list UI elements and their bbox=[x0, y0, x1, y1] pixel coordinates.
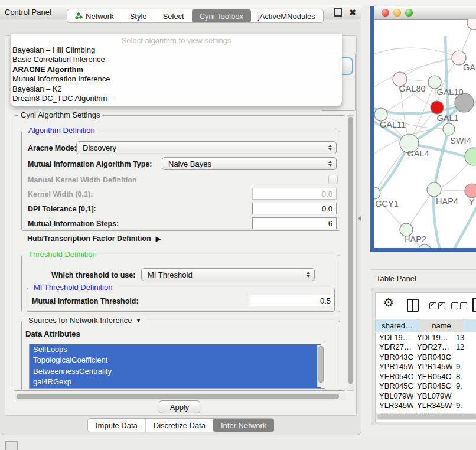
tab-select[interactable]: Select bbox=[155, 9, 193, 22]
algorithm-option-mutual-information-inference[interactable]: Mutual Information Inference bbox=[11, 74, 342, 84]
table-cell: 9. bbox=[452, 381, 476, 390]
node-label-gal4: GAL4 bbox=[407, 149, 429, 158]
network-edge bbox=[452, 201, 476, 252]
algorithm-dropdown-prompt: Select algorithm to view settings bbox=[11, 36, 342, 45]
table-panel-inner: ⚙ shared…nameA YDL19…YDL19…13YDR27…YDR27… bbox=[375, 292, 476, 422]
table-row[interactable]: YER054CYER054C8. bbox=[376, 371, 476, 381]
groupbox-fragment bbox=[355, 54, 356, 110]
network-node-y[interactable] bbox=[465, 184, 476, 198]
table-row[interactable]: YDL19…YDL19…13 bbox=[376, 332, 476, 343]
checked-checkboxes-icon[interactable] bbox=[429, 302, 445, 309]
column-header-shared[interactable]: shared… bbox=[376, 319, 419, 332]
splitpane-collapse-icon[interactable] bbox=[358, 216, 361, 221]
columns-icon[interactable] bbox=[407, 299, 419, 312]
algorithm-option-bayesian-k2[interactable]: Bayesian – K2 bbox=[11, 84, 342, 94]
mi-threshold-field[interactable]: 0.5 bbox=[250, 295, 335, 306]
table-panel-title: Table Panel bbox=[376, 274, 416, 283]
network-node-swi4[interactable] bbox=[443, 123, 455, 135]
table-cell: YBR043C bbox=[413, 353, 452, 361]
table-scrollbar-thumb[interactable] bbox=[377, 414, 476, 419]
algorithm-option-aracne-algorithm[interactable]: ARACNE Algorithm bbox=[11, 65, 342, 74]
table-cell: YBR043C bbox=[376, 353, 413, 361]
which-threshold-value: MI Threshold bbox=[148, 270, 193, 279]
column-header-name[interactable]: name bbox=[419, 319, 464, 332]
vertical-scrollbar[interactable] bbox=[347, 115, 354, 391]
network-window-titlebar[interactable] bbox=[374, 6, 476, 20]
network-node-gal10[interactable] bbox=[428, 76, 441, 89]
network-canvas[interactable]: GALGAL80GAL10GAL1GAL11SWI4GAL4HAP4YGCY1H… bbox=[374, 19, 476, 252]
vertical-scrollbar-thumb[interactable] bbox=[348, 117, 353, 384]
list-scrollbar[interactable] bbox=[317, 345, 324, 387]
manual-kernel-label: Manual Kernel Width Definition bbox=[28, 176, 137, 184]
collapsed-panel-icon[interactable] bbox=[5, 441, 18, 450]
document-icon[interactable] bbox=[472, 298, 476, 312]
close-icon[interactable]: ✖ bbox=[349, 8, 356, 17]
manual-kernel-checkbox[interactable] bbox=[328, 175, 338, 184]
bottom-tab-bar: Impute DataDiscretize DataInfer Network bbox=[87, 418, 274, 432]
algorithm-option-bayesian-hill-climbing[interactable]: Bayesian – Hill Climbing bbox=[11, 45, 342, 55]
table-row[interactable]: YBR043CYBR043C bbox=[376, 352, 476, 362]
node-label-y: Y bbox=[469, 197, 475, 207]
network-node-hap4[interactable] bbox=[427, 182, 441, 197]
algorithm-option-basic-correlation-inference[interactable]: Basic Correlation Inference bbox=[11, 55, 342, 64]
tab-style[interactable]: Style bbox=[122, 9, 155, 22]
tab-jactivemnodules[interactable]: jActiveMNodules bbox=[250, 9, 323, 22]
column-header-a[interactable]: A bbox=[464, 319, 476, 332]
node-label-gal10: GAL10 bbox=[436, 87, 463, 97]
close-traffic-light-icon[interactable] bbox=[382, 9, 389, 17]
table-row[interactable]: YBR045CYBR045C9. bbox=[376, 381, 476, 392]
mi-steps-field[interactable]: 6 bbox=[252, 217, 337, 229]
table-row[interactable]: YLR345WYLR345W9. bbox=[376, 401, 476, 411]
bottom-tab-label: Discretize Data bbox=[154, 421, 206, 430]
threshold-definition-title: Threshold Definition bbox=[26, 250, 99, 259]
algorithm-option-dream8-dc-tdc-algorithm[interactable]: Dream8 DC_TDC Algorithm bbox=[11, 94, 342, 103]
table-row[interactable]: YPR145WYPR145W9. bbox=[376, 362, 476, 372]
which-threshold-combo[interactable]: MI Threshold bbox=[141, 268, 315, 281]
bottom-tab-infer-network[interactable]: Infer Network bbox=[213, 419, 274, 432]
algorithm-definition-group: Algorithm Definition Aracne Mode: Discov… bbox=[21, 131, 340, 231]
combo-arrows-icon bbox=[307, 272, 310, 278]
network-node-gal11[interactable] bbox=[374, 108, 387, 121]
attribute-item-betweennesscentrality[interactable]: BetweennessCentrality bbox=[30, 366, 321, 377]
horizontal-scrollbar[interactable] bbox=[15, 393, 345, 400]
node-label-hap2: HAP2 bbox=[404, 234, 426, 244]
table-cell: YBL079W bbox=[413, 392, 452, 400]
data-attributes-list[interactable]: SelfLoopsTopologicalCoefficientBetweenne… bbox=[29, 344, 325, 389]
mi-type-combo[interactable]: Naive Bayes bbox=[162, 157, 337, 170]
bottom-tab-label: Infer Network bbox=[221, 421, 266, 430]
table-row[interactable]: YBL079WYBL079W bbox=[376, 391, 476, 401]
table-header-row: shared…nameA bbox=[376, 319, 476, 332]
horizontal-scrollbar-thumb[interactable] bbox=[17, 394, 339, 399]
minimize-traffic-light-icon[interactable] bbox=[393, 9, 401, 17]
table-cell: 9. bbox=[452, 401, 476, 410]
tab-network[interactable]: Network bbox=[67, 9, 122, 22]
network-node[interactable] bbox=[465, 148, 476, 165]
mi-steps-value: 6 bbox=[328, 219, 332, 228]
attribute-item-topologicalcoefficient[interactable]: TopologicalCoefficient bbox=[30, 355, 321, 366]
float-window-icon[interactable] bbox=[334, 8, 342, 17]
table-horizontal-scrollbar[interactable] bbox=[376, 413, 476, 420]
hub-definition-expander[interactable]: Hub/Transcription Factor Definition ▶ bbox=[27, 234, 161, 243]
bottom-tab-impute-data[interactable]: Impute Data bbox=[88, 419, 146, 432]
gear-icon[interactable]: ⚙ bbox=[383, 296, 394, 308]
bottom-tab-discretize-data[interactable]: Discretize Data bbox=[146, 419, 214, 432]
tab-cyni-toolbox[interactable]: Cyni Toolbox bbox=[192, 9, 251, 22]
dpi-tolerance-value: 0.0 bbox=[322, 204, 332, 213]
list-scrollbar-thumb[interactable] bbox=[318, 346, 324, 383]
kernel-width-value: 0.0 bbox=[322, 190, 332, 198]
attribute-item-selfloops[interactable]: SelfLoops bbox=[30, 344, 321, 355]
attribute-item-gal4rgexp[interactable]: gal4RGexp bbox=[30, 377, 321, 387]
triangle-down-icon[interactable]: ▼ bbox=[136, 317, 142, 324]
mi-type-value: Naive Bayes bbox=[168, 159, 211, 168]
network-node[interactable] bbox=[467, 19, 476, 30]
aracne-mode-combo[interactable]: Discovery bbox=[76, 141, 337, 154]
network-node[interactable] bbox=[418, 244, 431, 252]
apply-button[interactable]: Apply bbox=[159, 400, 200, 413]
dpi-tolerance-field[interactable]: 0.0 bbox=[252, 203, 337, 214]
network-view-window[interactable]: GALGAL80GAL10GAL1GAL11SWI4GAL4HAP4YGCY1H… bbox=[370, 6, 476, 252]
zoom-traffic-light-icon[interactable] bbox=[405, 9, 413, 17]
checkbox-unchecked-icon bbox=[451, 302, 458, 309]
unchecked-checkboxes-icon[interactable] bbox=[451, 302, 467, 309]
table-row[interactable]: YDR27…YDR27…12 bbox=[376, 343, 476, 353]
network-node-gal1[interactable] bbox=[431, 101, 444, 114]
